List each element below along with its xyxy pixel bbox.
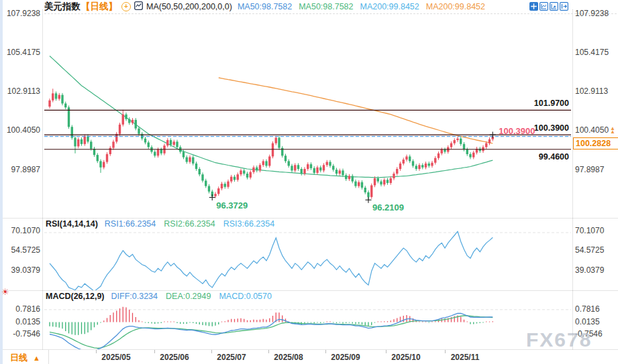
- rsi-title: RSI(14,14,14): [46, 219, 98, 229]
- add-favorite-icon[interactable]: +: [121, 2, 131, 11]
- main-ytick-right-4: 97.8987: [575, 165, 604, 175]
- xaxis-month-4: 2025/09: [324, 353, 367, 362]
- chart-header: 美元指数【日线】 + MA(50,50,200,200,0,0) MA50:98…: [44, 1, 492, 11]
- hot-settings-icon[interactable]: ☀: [1, 287, 9, 297]
- triangle-up-icon: ▲: [33, 354, 40, 362]
- main-ytick-left-3: 100.4050: [0, 125, 40, 135]
- macd-values: DIFF:0.3234DEA:0.2949MACD:0.0570: [111, 292, 280, 301]
- low-annotation-1: 96.2109: [372, 202, 404, 213]
- xaxis-month-6: 2025/11: [444, 353, 486, 362]
- ma-values-3: MA200:99.8452: [426, 2, 485, 11]
- indicator-settings-icon[interactable]: [550, 1, 558, 10]
- xaxis-month-0: 2025/05: [95, 353, 138, 362]
- macd-ytick-left-0: 0.7816: [0, 304, 40, 314]
- main-ytick-right-2: 102.9113: [575, 86, 608, 97]
- xaxis-month-5: 2025/10: [384, 353, 427, 362]
- watermark: FX678: [526, 328, 592, 351]
- crosshair-move-icon[interactable]: [529, 1, 538, 10]
- macd-ytick-right-0: 0.7816: [575, 304, 600, 314]
- xaxis-month-1: 2025/06: [153, 353, 196, 362]
- macd-values-2: MACD:0.0570: [219, 292, 272, 301]
- rsi-values: RSI1:66.2354RSI2:66.2354RSI3:66.2354: [105, 219, 282, 229]
- rsi-header: RSI(14,14,14) RSI1:66.2354RSI2:66.2354RS…: [46, 219, 282, 229]
- macd-header: MACD(26,12,9) DIFF:0.3234DEA:0.2949MACD:…: [46, 292, 280, 301]
- main-ytick-right-1: 105.4175: [575, 48, 609, 58]
- rsi-ytick-right-1: 54.5725: [575, 245, 604, 255]
- period-tag: 【日线】: [81, 1, 117, 13]
- xaxis-month-3: 2025/08: [267, 353, 310, 362]
- main-ytick-right-3: 100.4050: [575, 125, 609, 135]
- xaxis-month-2: 2025/07: [210, 353, 253, 362]
- collapse-panel-icon[interactable]: [560, 1, 568, 10]
- period-button[interactable]: 日线▲: [10, 352, 40, 364]
- rsi-values-2: RSI3:66.2354: [223, 219, 274, 229]
- main-ytick-left-0: 107.9238: [0, 9, 40, 19]
- macd-values-0: DIFF:0.3234: [111, 292, 158, 301]
- macd-values-1: DEA:0.2949: [166, 292, 211, 301]
- ma-values-1: MA50:98.7582: [299, 2, 353, 11]
- main-ytick-right-0: 107.9238: [575, 9, 609, 19]
- macd-ytick-right-1: 0.0135: [575, 317, 600, 327]
- high-annotation-2: 100.3900: [499, 126, 535, 136]
- ma-params-label: MA(50,50,200,200,0,0): [146, 2, 232, 11]
- period-button-label: 日线: [10, 353, 28, 363]
- rsi-ytick-right-0: 70.1070: [575, 226, 604, 236]
- main-ytick-left-1: 105.4175: [0, 48, 40, 58]
- ma-values-0: MA50:98.7582: [238, 2, 292, 11]
- level-label-2: 99.4600: [482, 152, 569, 162]
- instrument-title: 美元指数: [44, 1, 81, 13]
- last-price-tag: 100.2828: [573, 137, 618, 149]
- rsi-ytick-left-0: 70.1070: [0, 226, 40, 236]
- macd-title: MACD(26,12,9): [46, 292, 105, 301]
- main-ytick-left-4: 97.8987: [0, 165, 40, 175]
- chart-toolbar: [529, 1, 568, 10]
- candlestick-chart-icon[interactable]: [134, 1, 143, 12]
- rsi-ytick-left-1: 54.5725: [0, 245, 40, 255]
- chart-canvas[interactable]: [0, 0, 618, 364]
- indicator-window-icon[interactable]: [539, 1, 548, 10]
- double-up-arrow-icon: ▲▲: [610, 127, 615, 133]
- level-label-0: 101.9700: [482, 99, 569, 109]
- ma-values: MA50:98.7582MA50:98.7582MA200:99.8452MA2…: [238, 2, 492, 11]
- macd-ytick-left-2: -0.7546: [0, 329, 40, 339]
- rsi-values-0: RSI1:66.2354: [105, 219, 156, 229]
- macd-ytick-left-1: 0.0135: [0, 317, 40, 327]
- chart-app: 美元指数【日线】 + MA(50,50,200,200,0,0) MA50:98…: [0, 0, 618, 364]
- ma-values-2: MA200:99.8452: [360, 2, 419, 11]
- rsi-ytick-right-2: 39.0379: [575, 265, 604, 276]
- rsi-values-1: RSI2:66.2354: [164, 219, 215, 229]
- low-annotation-0: 96.3729: [216, 200, 248, 210]
- rsi-ytick-left-2: 39.0379: [0, 265, 40, 276]
- main-ytick-left-2: 102.9113: [0, 86, 40, 97]
